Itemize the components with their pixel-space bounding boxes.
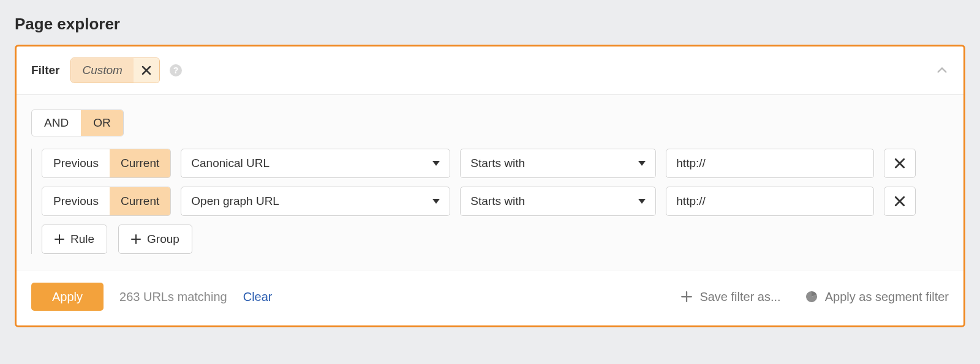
apply-button[interactable]: Apply: [31, 283, 104, 311]
field-select[interactable]: Open graph URL: [181, 187, 450, 216]
add-group-label: Group: [147, 232, 179, 246]
filter-panel: Filter Custom ? AND OR: [15, 45, 965, 327]
save-filter-label: Save filter as...: [699, 290, 780, 304]
logic-and[interactable]: AND: [32, 110, 81, 136]
collapse-toggle[interactable]: [935, 64, 949, 77]
value-input[interactable]: http://: [666, 187, 874, 216]
remove-rule-button[interactable]: [884, 187, 916, 216]
match-count: 263 URLs matching: [119, 290, 227, 304]
scope-toggle: Previous Current: [42, 187, 171, 216]
operator-select-value: Starts with: [470, 157, 525, 170]
add-rule-button[interactable]: Rule: [42, 225, 107, 254]
filter-chip-remove[interactable]: [134, 58, 159, 83]
filter-panel-footer: Apply 263 URLs matching Clear Save filte…: [17, 270, 963, 325]
scope-previous[interactable]: Previous: [42, 149, 110, 177]
value-input-text: http://: [676, 157, 706, 170]
filter-chip-label: Custom: [71, 58, 133, 83]
caret-down-icon: [432, 199, 440, 204]
remove-rule-button[interactable]: [884, 149, 916, 178]
rule-row: Previous Current Canonical URL Starts wi…: [42, 149, 949, 178]
save-filter-button[interactable]: Save filter as...: [681, 290, 780, 304]
rule-row: Previous Current Open graph URL Starts w…: [42, 187, 949, 216]
value-input[interactable]: http://: [666, 149, 874, 178]
help-icon[interactable]: ?: [170, 64, 182, 76]
footer-right: Save filter as... Apply as segment filte…: [681, 290, 949, 304]
scope-toggle: Previous Current: [42, 149, 171, 178]
close-icon: [141, 65, 151, 75]
scope-current[interactable]: Current: [110, 187, 170, 215]
add-group-button[interactable]: Group: [118, 225, 192, 254]
page-title: Page explorer: [15, 15, 965, 34]
chevron-up-icon: [935, 64, 949, 77]
filter-panel-body: AND OR Previous Current Canonical URL St…: [17, 95, 963, 270]
field-select-value: Canonical URL: [191, 157, 270, 170]
filter-chip: Custom: [70, 58, 159, 83]
clear-link[interactable]: Clear: [243, 290, 273, 304]
caret-down-icon: [638, 161, 646, 166]
scope-previous[interactable]: Previous: [42, 187, 110, 215]
field-select-value: Open graph URL: [191, 195, 279, 208]
apply-segment-label: Apply as segment filter: [825, 290, 949, 304]
plus-icon: [131, 234, 141, 244]
close-icon: [894, 158, 905, 169]
value-input-text: http://: [676, 195, 706, 208]
caret-down-icon: [638, 199, 646, 204]
plus-icon: [681, 291, 692, 302]
plus-icon: [55, 234, 64, 244]
filter-label: Filter: [31, 64, 59, 77]
logic-toggle: AND OR: [31, 110, 124, 136]
operator-select-value: Starts with: [470, 195, 525, 208]
logic-or[interactable]: OR: [81, 110, 123, 136]
close-icon: [894, 196, 905, 207]
operator-select[interactable]: Starts with: [460, 187, 656, 216]
add-row: Rule Group: [42, 225, 949, 254]
rules-container: Previous Current Canonical URL Starts wi…: [31, 149, 949, 254]
filter-panel-header: Filter Custom ?: [17, 46, 963, 95]
field-select[interactable]: Canonical URL: [181, 149, 450, 178]
add-rule-label: Rule: [70, 232, 94, 246]
apply-segment-button[interactable]: Apply as segment filter: [805, 290, 949, 304]
caret-down-icon: [432, 161, 440, 166]
pie-chart-icon: [805, 291, 818, 303]
scope-current[interactable]: Current: [110, 149, 170, 177]
operator-select[interactable]: Starts with: [460, 149, 656, 178]
